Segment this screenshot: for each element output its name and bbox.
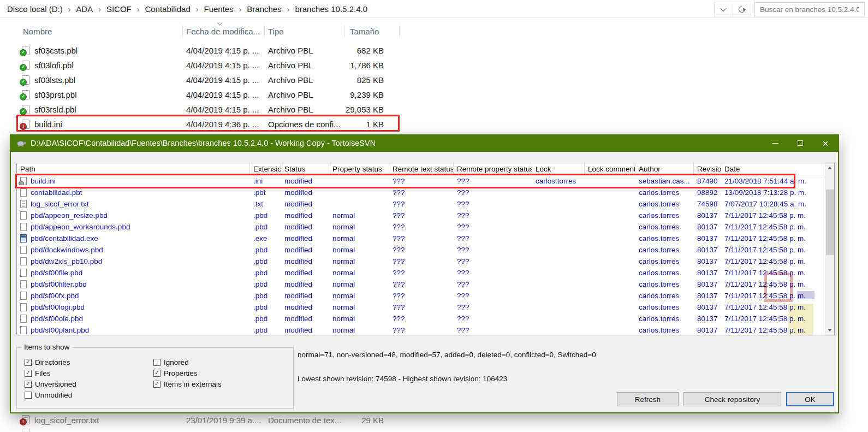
cell-date: 21/03/2018 7:51:44 a. m. <box>721 177 826 185</box>
checkbox[interactable] <box>153 359 160 366</box>
table-row[interactable]: pbd/appeon_workarounds.pbd .pbd modified… <box>17 221 834 233</box>
column-header-name[interactable]: Nombre <box>23 27 52 36</box>
table-row[interactable]: log_sicof_error.txt .txt modified ??? ??… <box>17 198 834 210</box>
checkbox[interactable] <box>25 392 32 399</box>
sort-indicator-icon <box>217 20 223 26</box>
breadcrumb-item[interactable]: Disco local (D:) <box>5 4 64 14</box>
column-header-size[interactable]: Tamaño <box>350 27 379 36</box>
breadcrumb-item[interactable]: Contabilidad <box>143 4 192 14</box>
tortoisesvn-turtle-icon <box>16 139 26 147</box>
address-dropdown-button[interactable] <box>715 2 733 16</box>
minimize-button[interactable] <box>763 134 788 152</box>
breadcrumb-item[interactable]: Branches <box>245 4 283 14</box>
file-row[interactable]: sf03lsts.pbl 4/04/2019 4:15 p. ... Archi… <box>0 73 415 88</box>
close-button[interactable]: × <box>813 134 838 152</box>
column-header-author[interactable]: Author <box>635 163 694 175</box>
table-row[interactable]: pbd/sf00file.pbd .pbd modified normal ??… <box>17 267 834 279</box>
table-row[interactable]: pbd/sf00logi.pbd .pbd modified normal ??… <box>17 301 834 313</box>
refresh-button[interactable]: Refresh <box>617 392 679 406</box>
file-name: log_sicof_error.txt <box>34 416 99 425</box>
breadcrumb-item[interactable]: Fuentes <box>202 4 235 14</box>
cell-extension: .pbd <box>250 315 281 323</box>
column-header-date[interactable]: Date <box>721 163 826 175</box>
file-icon <box>20 177 27 185</box>
table-row[interactable]: pbd/sf00plant.pbd .pbd modified normal ?… <box>17 324 834 335</box>
cell-extension: .pbd <box>250 280 281 288</box>
dialog-titlebar[interactable]: D:\ADA\SICOF\Contabilidad\Fuentes\Branch… <box>11 134 838 152</box>
column-divider[interactable] <box>182 26 183 37</box>
file-row[interactable]: sf03csts.pbl 4/04/2019 4:15 p. ... Archi… <box>0 44 415 58</box>
table-row[interactable]: contabilidad.pbt .pbt modified ??? ??? c… <box>17 187 834 198</box>
table-row[interactable]: pbd/sf00fx.pbd .pbd modified normal ??? … <box>17 290 834 301</box>
search-input[interactable] <box>754 2 865 16</box>
checkbox-row[interactable]: Files <box>25 368 76 378</box>
file-row[interactable]: build.ini 4/04/2019 4:36 p. ... Opciones… <box>0 117 415 132</box>
scroll-up-button[interactable] <box>825 163 834 173</box>
cell-remote-property-status: ??? <box>454 303 532 311</box>
cell-remote-property-status: ??? <box>454 280 532 288</box>
file-row[interactable]: sf03prst.pbl 4/04/2019 4:15 p. ... Archi… <box>0 88 415 103</box>
table-row[interactable]: build.ini .ini modified ??? ??? carlos.t… <box>17 175 834 187</box>
checkbox-row[interactable]: Items in externals <box>153 378 222 389</box>
vertical-scrollbar[interactable] <box>825 163 834 335</box>
checkbox[interactable] <box>25 359 32 366</box>
checkbox-row[interactable]: Unmodified <box>25 389 76 400</box>
file-icon <box>20 269 27 277</box>
column-header-extension[interactable]: Extension <box>250 163 281 175</box>
ok-button[interactable]: OK <box>786 392 834 406</box>
column-header-remote-text-status[interactable]: Remote text status <box>389 163 454 175</box>
status-table-header: Path Extension Status Property status Re… <box>17 163 834 175</box>
table-row[interactable]: pbd/dw2xls_pb10.pbd .pbd modified normal… <box>17 256 834 267</box>
cell-revision: 80137 <box>694 326 721 334</box>
column-header-type[interactable]: Tipo <box>268 27 284 36</box>
scrollbar-thumb[interactable] <box>826 190 834 255</box>
column-header-revision[interactable]: Revision <box>694 163 721 175</box>
scroll-down-button[interactable] <box>825 326 834 335</box>
table-row[interactable]: pbd/contabilidad.exe .exe modified norma… <box>17 233 834 244</box>
check-repository-button[interactable]: Check repository <box>683 392 781 406</box>
checkbox[interactable] <box>153 381 160 388</box>
checkbox[interactable] <box>25 381 32 388</box>
column-header-property-status[interactable]: Property status <box>329 163 389 175</box>
table-row[interactable]: pbd/dockwindows.pbd .pbd modified normal… <box>17 244 834 256</box>
cell-remote-text-status: ??? <box>389 303 454 311</box>
maximize-button[interactable] <box>788 134 813 152</box>
table-row[interactable]: pbd/sf00filter.pbd .pbd modified normal … <box>17 279 834 290</box>
checkbox-row[interactable]: Ignored <box>153 357 222 368</box>
checkbox[interactable] <box>25 370 32 377</box>
cell-path: pbd/contabilidad.exe <box>17 234 250 242</box>
file-row[interactable]: sf03rsld.pbl 4/04/2019 4:15 p. ... Archi… <box>0 103 415 117</box>
column-divider[interactable] <box>399 26 400 37</box>
cell-author: carlos.torres <box>635 326 694 334</box>
column-header-remote-property-status[interactable]: Remote property status <box>454 163 532 175</box>
cell-remote-property-status: ??? <box>454 200 532 208</box>
refresh-button[interactable] <box>733 2 751 16</box>
cell-status: modified <box>281 280 329 288</box>
column-divider[interactable] <box>264 26 265 37</box>
table-row[interactable]: pbd/appeon_resize.pbd .pbd modified norm… <box>17 210 834 221</box>
file-name: sf03lsts.pbl <box>34 75 75 85</box>
column-header-lock-comment[interactable]: Lock comment <box>585 163 635 175</box>
table-row[interactable]: pbd/sf00ole.pbd .pbd modified normal ???… <box>17 313 834 324</box>
checkbox-row[interactable]: Unversioned <box>25 378 76 389</box>
cell-path: pbd/sf00file.pbd <box>17 269 250 277</box>
cell-remote-property-status: ??? <box>454 188 532 197</box>
column-divider[interactable] <box>344 26 345 37</box>
column-header-path[interactable]: Path <box>17 163 250 175</box>
items-to-show-groupbox: Items to show Directories Files <box>16 347 294 409</box>
column-header-date[interactable]: Fecha de modifica... <box>186 27 260 36</box>
file-row[interactable]: sf03lofi.pbl 4/04/2019 4:15 p. ... Archi… <box>0 58 415 73</box>
column-header-lock[interactable]: Lock <box>532 163 585 175</box>
checkbox-row[interactable]: Properties <box>153 368 222 378</box>
column-header-status[interactable]: Status <box>281 163 329 175</box>
refresh-icon <box>737 4 746 14</box>
checkbox[interactable] <box>153 370 160 377</box>
cell-status: modified <box>281 326 329 334</box>
cell-date: 7/11/2017 12:45:58 p. m. <box>721 211 826 220</box>
breadcrumb-item[interactable]: ADA <box>74 4 94 14</box>
checkbox-row[interactable]: Directories <box>25 357 76 368</box>
breadcrumb-item[interactable]: SICOF <box>105 4 133 14</box>
breadcrumb-item[interactable]: branches 10.5.2.4.0 <box>293 4 369 14</box>
file-row-partial[interactable]: log_sicof_error.txt 23/01/2019 9:39 a...… <box>0 412 415 432</box>
cell-revision: 87490 <box>694 177 721 185</box>
